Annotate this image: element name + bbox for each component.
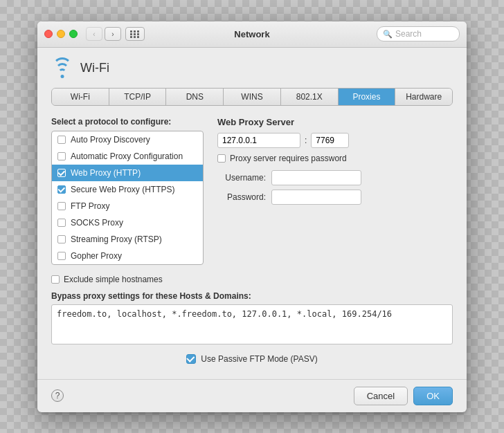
ok-button[interactable]: OK bbox=[413, 387, 453, 405]
search-icon: 🔍 bbox=[383, 30, 393, 39]
protocol-item-gopher-proxy[interactable]: Gopher Proxy bbox=[52, 248, 203, 264]
protocol-item-auto-proxy-discovery[interactable]: Auto Proxy Discovery bbox=[52, 131, 203, 148]
protocol-label-auto-proxy-discovery: Auto Proxy Discovery bbox=[71, 135, 150, 145]
tab-8021x[interactable]: 802.1X bbox=[281, 89, 339, 105]
protocol-item-automatic-proxy[interactable]: Automatic Proxy Configuration bbox=[52, 148, 203, 165]
tab-proxies[interactable]: Proxies bbox=[339, 89, 396, 105]
proxy-server-section: Web Proxy Server : Proxy server requires… bbox=[217, 117, 453, 265]
protocol-item-web-proxy[interactable]: Web Proxy (HTTP) bbox=[52, 165, 203, 181]
protocol-label-socks-proxy: SOCKS Proxy bbox=[71, 218, 123, 228]
checkbox-automatic-proxy[interactable] bbox=[57, 152, 66, 160]
username-label: Username: bbox=[217, 173, 266, 183]
tab-wins[interactable]: WINS bbox=[224, 89, 281, 105]
bypass-label: Bypass proxy settings for these Hosts & … bbox=[51, 291, 453, 301]
protocol-label-automatic-proxy: Automatic Proxy Configuration bbox=[71, 151, 183, 161]
back-button[interactable]: ‹ bbox=[86, 27, 102, 41]
main-area: Select a protocol to configure: Auto Pro… bbox=[51, 117, 453, 265]
protocol-item-ftp-proxy[interactable]: FTP Proxy bbox=[52, 198, 203, 214]
protocol-section: Select a protocol to configure: Auto Pro… bbox=[51, 117, 204, 265]
pasv-label: Use Passive FTP Mode (PASV) bbox=[201, 354, 317, 364]
bottom-section: Exclude simple hostnames Bypass proxy se… bbox=[51, 275, 453, 364]
requires-password-row: Proxy server requires password bbox=[217, 154, 453, 163]
protocol-item-socks-proxy[interactable]: SOCKS Proxy bbox=[52, 214, 203, 231]
nav-buttons: ‹ › bbox=[86, 27, 121, 41]
protocol-item-streaming-proxy[interactable]: Streaming Proxy (RTSP) bbox=[52, 231, 203, 248]
pasv-checkbox[interactable] bbox=[186, 354, 196, 364]
colon-separator: : bbox=[305, 136, 307, 145]
ip-address-input[interactable] bbox=[217, 133, 300, 148]
window-title: Network bbox=[234, 29, 269, 39]
search-placeholder: Search bbox=[395, 29, 422, 39]
help-button[interactable]: ? bbox=[51, 389, 64, 402]
wifi-title: Wi-Fi bbox=[80, 61, 109, 75]
requires-password-checkbox[interactable] bbox=[217, 154, 226, 163]
footer: ? Cancel OK bbox=[37, 379, 467, 412]
protocol-label-streaming-proxy: Streaming Proxy (RTSP) bbox=[71, 234, 162, 244]
protocol-label-gopher-proxy: Gopher Proxy bbox=[71, 251, 122, 261]
checkbox-gopher-proxy[interactable] bbox=[57, 252, 66, 260]
tab-dns[interactable]: DNS bbox=[166, 89, 224, 105]
port-input[interactable] bbox=[311, 133, 349, 148]
cancel-button[interactable]: Cancel bbox=[354, 387, 408, 405]
protocol-label-secure-web-proxy: Secure Web Proxy (HTTPS) bbox=[71, 185, 174, 194]
exclude-hostnames-label: Exclude simple hostnames bbox=[64, 275, 163, 284]
username-row: Username: bbox=[217, 170, 453, 185]
ip-port-row: : bbox=[217, 133, 453, 148]
checkbox-socks-proxy[interactable] bbox=[57, 219, 66, 227]
grid-button[interactable] bbox=[125, 27, 145, 41]
requires-password-label: Proxy server requires password bbox=[230, 154, 347, 163]
tab-tcpip[interactable]: TCP/IP bbox=[109, 89, 167, 105]
maximize-button[interactable] bbox=[69, 30, 78, 38]
pasv-row: Use Passive FTP Mode (PASV) bbox=[51, 354, 453, 364]
checkbox-streaming-proxy[interactable] bbox=[57, 235, 66, 243]
content-area: Wi-Fi Wi-Fi TCP/IP DNS WINS 802.1X Proxi… bbox=[37, 48, 467, 375]
footer-buttons: Cancel OK bbox=[354, 387, 453, 405]
checkbox-ftp-proxy[interactable] bbox=[57, 202, 66, 210]
password-label: Password: bbox=[217, 192, 266, 202]
password-input[interactable] bbox=[271, 190, 361, 205]
minimize-button[interactable] bbox=[57, 30, 65, 38]
tab-hardware[interactable]: Hardware bbox=[395, 89, 452, 105]
protocol-label-web-proxy: Web Proxy (HTTP) bbox=[71, 168, 141, 178]
tab-wifi[interactable]: Wi-Fi bbox=[52, 89, 109, 105]
protocol-label-ftp-proxy: FTP Proxy bbox=[71, 201, 109, 211]
traffic-lights bbox=[44, 30, 78, 38]
wifi-icon bbox=[51, 59, 73, 78]
checkbox-secure-web-proxy[interactable] bbox=[57, 185, 66, 194]
tabs: Wi-Fi TCP/IP DNS WINS 802.1X Proxies Har… bbox=[51, 88, 453, 106]
exclude-hostnames-checkbox[interactable] bbox=[51, 275, 60, 284]
protocol-section-label: Select a protocol to configure: bbox=[51, 117, 204, 127]
network-window: ‹ › Network 🔍 Search Wi-Fi bbox=[37, 21, 467, 412]
checkbox-auto-proxy-discovery[interactable] bbox=[57, 136, 66, 144]
username-input[interactable] bbox=[271, 170, 361, 185]
bypass-textarea[interactable]: freedom.to, localhost, *.freedom.to, 127… bbox=[51, 304, 453, 344]
checkbox-web-proxy[interactable] bbox=[57, 169, 66, 177]
wifi-header: Wi-Fi bbox=[51, 59, 453, 78]
password-row: Password: bbox=[217, 190, 453, 205]
exclude-hostnames-row: Exclude simple hostnames bbox=[51, 275, 453, 284]
forward-button[interactable]: › bbox=[105, 27, 121, 41]
titlebar: ‹ › Network 🔍 Search bbox=[37, 21, 467, 48]
protocol-item-secure-web-proxy[interactable]: Secure Web Proxy (HTTPS) bbox=[52, 181, 203, 198]
protocol-list: Auto Proxy Discovery Automatic Proxy Con… bbox=[51, 131, 204, 265]
proxy-server-title: Web Proxy Server bbox=[217, 117, 453, 127]
close-button[interactable] bbox=[44, 30, 53, 38]
search-box[interactable]: 🔍 Search bbox=[377, 26, 460, 42]
